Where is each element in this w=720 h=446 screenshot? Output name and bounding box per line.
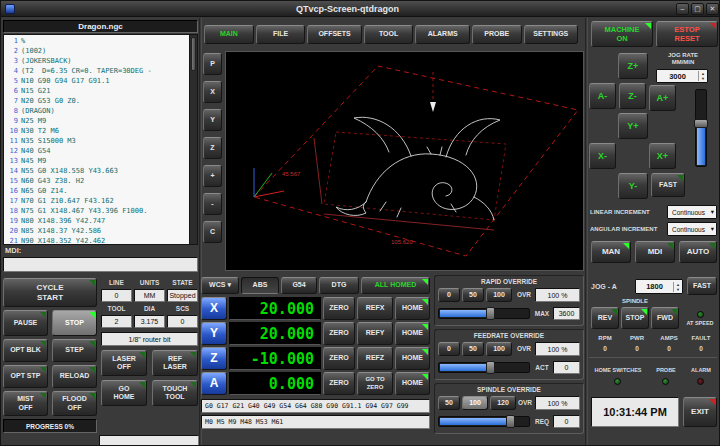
dtg-button[interactable]: DTG bbox=[319, 277, 359, 294]
rapid-100-button[interactable]: 100 bbox=[486, 288, 512, 302]
flood-button[interactable]: FLOOD OFF bbox=[52, 391, 97, 416]
feed-0-button[interactable]: 0 bbox=[438, 342, 460, 356]
gcode-line[interactable]: 1% bbox=[6, 36, 197, 46]
home-y-button[interactable]: HOME bbox=[395, 322, 430, 345]
jog-y-plus-button[interactable]: Y+ bbox=[618, 113, 648, 139]
tab-offsets[interactable]: OFFSETS bbox=[307, 25, 361, 44]
mode-mdi-button[interactable]: MDI bbox=[635, 241, 675, 263]
gcode-line[interactable]: 2(1002) bbox=[6, 46, 197, 56]
step-button[interactable]: STEP bbox=[52, 339, 97, 362]
slider-handle[interactable] bbox=[506, 415, 515, 428]
jog-x-minus-button[interactable]: X- bbox=[589, 143, 616, 169]
feed-100-button[interactable]: 100 bbox=[486, 342, 512, 356]
g54-button[interactable]: G54 bbox=[281, 277, 317, 294]
jog-rate-spinbox[interactable]: 3000 ▲▼ bbox=[656, 69, 708, 83]
zero-z-button[interactable]: ZERO bbox=[323, 347, 355, 370]
stop-button[interactable]: STOP bbox=[52, 310, 97, 336]
mdi-command-entry[interactable] bbox=[99, 435, 199, 446]
cycle-start-button[interactable]: CYCLE START bbox=[3, 278, 97, 307]
view-z-button[interactable]: Z bbox=[203, 137, 222, 159]
zero-a-button[interactable]: ZERO bbox=[323, 372, 355, 395]
mdi-history[interactable] bbox=[3, 257, 198, 272]
maximize-icon[interactable]: ▢ bbox=[691, 3, 704, 15]
view-clear-button[interactable]: C bbox=[203, 221, 222, 243]
jog-a-plus-button[interactable]: A+ bbox=[649, 85, 676, 111]
ref-x-button[interactable]: REFX bbox=[357, 297, 393, 320]
slider-handle[interactable] bbox=[486, 361, 495, 374]
spindle-100-button[interactable]: 100 bbox=[462, 396, 488, 410]
axis-y-button[interactable]: Y bbox=[201, 322, 227, 345]
gcode-line[interactable]: 9N25 M9 bbox=[6, 116, 197, 126]
feed-50-button[interactable]: 50 bbox=[462, 342, 484, 356]
go-to-zero-button[interactable]: GO TO ZERO bbox=[357, 372, 393, 395]
tab-settings[interactable]: SETTINGS bbox=[524, 25, 578, 44]
spinner-arrows-icon[interactable]: ▲▼ bbox=[698, 71, 707, 81]
ref-y-button[interactable]: REFY bbox=[357, 322, 393, 345]
spindle-120-button[interactable]: 120 bbox=[490, 396, 516, 410]
home-a-button[interactable]: HOME bbox=[395, 372, 430, 395]
tab-alarms[interactable]: ALARMS bbox=[415, 25, 469, 44]
gcode-editor[interactable]: 1% 2(1002) 3(JOKERSBACK) 4(T2 D=6.35 CR=… bbox=[3, 34, 198, 245]
jog-z-minus-button[interactable]: Z- bbox=[619, 83, 646, 109]
gcode-line[interactable]: 11N35 S15000 M3 bbox=[6, 136, 197, 146]
gcode-line[interactable]: 13N45 M9 bbox=[6, 156, 197, 166]
gcode-line[interactable]: 8(DRAGON) bbox=[6, 106, 197, 116]
rapid-0-button[interactable]: 0 bbox=[438, 288, 460, 302]
zero-x-button[interactable]: ZERO bbox=[323, 297, 355, 320]
gcode-scrollbar[interactable] bbox=[189, 34, 198, 245]
axis-z-button[interactable]: Z bbox=[201, 347, 227, 370]
mode-manual-button[interactable]: MAN bbox=[591, 241, 631, 263]
jog-a-spinbox[interactable]: 1800 ▲▼ bbox=[635, 279, 683, 294]
jog-rate-slider[interactable] bbox=[695, 89, 707, 167]
view-y-button[interactable]: Y bbox=[203, 109, 222, 131]
axis-a-button[interactable]: A bbox=[201, 372, 227, 395]
spindle-fwd-button[interactable]: FWD bbox=[651, 307, 679, 329]
gremlin-preview[interactable]: 105.620 45.567 bbox=[225, 51, 584, 271]
gcode-line[interactable]: 20N85 X148.37 Y42.586 bbox=[6, 226, 197, 236]
rapid-50-button[interactable]: 50 bbox=[462, 288, 484, 302]
machine-on-button[interactable]: MACHINE ON bbox=[591, 21, 653, 47]
laser-button[interactable]: LASER OFF bbox=[101, 350, 147, 376]
angular-increment-combobox[interactable]: Continuous▾ bbox=[667, 222, 717, 236]
axis-x-button[interactable]: X bbox=[201, 297, 227, 320]
pause-button[interactable]: PAUSE bbox=[3, 310, 48, 336]
gcode-line[interactable]: 6N15 G21 bbox=[6, 86, 197, 96]
reload-button[interactable]: RELOAD bbox=[52, 365, 97, 388]
optional-block-button[interactable]: OPT BLK bbox=[3, 339, 48, 362]
spindle-override-slider[interactable] bbox=[438, 416, 530, 427]
jog-a-fast-button[interactable]: FAST bbox=[687, 277, 717, 295]
slider-handle[interactable] bbox=[486, 307, 495, 320]
optional-stop-button[interactable]: OPT STP bbox=[3, 365, 48, 388]
linear-increment-combobox[interactable]: Continuous▾ bbox=[667, 205, 717, 219]
gcode-line[interactable]: 18N75 G1 X148.467 Y43.396 F1000. bbox=[6, 206, 197, 216]
mist-button[interactable]: MIST OFF bbox=[3, 391, 48, 416]
home-z-button[interactable]: HOME bbox=[395, 347, 430, 370]
tab-tool[interactable]: TOOL bbox=[364, 25, 414, 44]
zoom-out-button[interactable]: - bbox=[203, 193, 222, 215]
spindle-stop-button[interactable]: STOP bbox=[621, 307, 649, 329]
rapid-override-slider[interactable] bbox=[438, 308, 530, 319]
scrollbar-thumb[interactable] bbox=[191, 37, 196, 71]
wcs-dropdown-button[interactable]: WCS ▾ bbox=[201, 277, 239, 294]
gcode-line[interactable]: 17N70 G1 Z10.647 F43.162 bbox=[6, 196, 197, 206]
close-icon[interactable]: ✕ bbox=[706, 3, 719, 15]
gcode-line[interactable]: 16N65 G0 Z14. bbox=[6, 186, 197, 196]
zero-y-button[interactable]: ZERO bbox=[323, 322, 355, 345]
spindle-rev-button[interactable]: REV bbox=[591, 307, 619, 329]
home-x-button[interactable]: HOME bbox=[395, 297, 430, 320]
gcode-line[interactable]: 10N30 T2 M6 bbox=[6, 126, 197, 136]
exit-button[interactable]: EXIT bbox=[683, 397, 717, 427]
gcode-line[interactable]: 12N40 G54 bbox=[6, 146, 197, 156]
gcode-line[interactable]: 7N20 G53 G0 Z0. bbox=[6, 96, 197, 106]
gcode-line[interactable]: 15N60 G43 Z38. H2 bbox=[6, 176, 197, 186]
jog-fast-button[interactable]: FAST bbox=[651, 173, 685, 197]
jog-z-plus-button[interactable]: Z+ bbox=[618, 53, 648, 79]
tab-probe[interactable]: PROBE bbox=[472, 25, 522, 44]
abs-button[interactable]: ABS bbox=[241, 277, 279, 294]
estop-reset-button[interactable]: ESTOP RESET bbox=[656, 21, 718, 47]
view-perspective-button[interactable]: P bbox=[203, 53, 222, 75]
feed-override-slider[interactable] bbox=[438, 362, 530, 373]
spindle-50-button[interactable]: 50 bbox=[438, 396, 460, 410]
go-home-button[interactable]: GO HOME bbox=[101, 380, 147, 406]
touch-tool-button[interactable]: TOUCH TOOL bbox=[152, 380, 198, 406]
